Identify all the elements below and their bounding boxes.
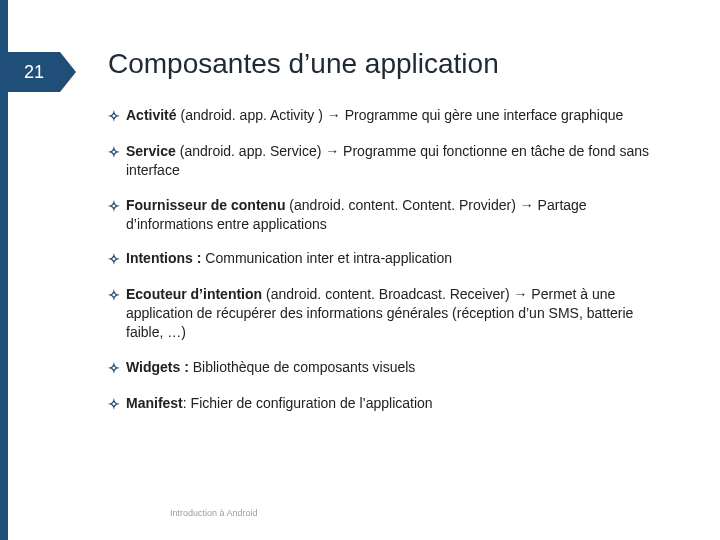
- list-item-text: Fournisseur de contenu (android. content…: [126, 196, 668, 234]
- item-rest: : Fichier de configuration de l’applicat…: [183, 395, 433, 411]
- item-paren: (android. content. Content. Provider): [285, 197, 519, 213]
- item-bold: Service: [126, 143, 176, 159]
- bullet-diamond-icon: ✧: [108, 106, 126, 126]
- list-item-text: Ecouteur d’intention (android. content. …: [126, 285, 668, 342]
- slide: 21 Composantes d’une application ✧ Activ…: [0, 0, 720, 540]
- slide-content: ✧ Activité (android. app. Activity ) → P…: [108, 106, 668, 430]
- list-item-text: Manifest: Fichier de configuration de l’…: [126, 394, 668, 414]
- list-item: ✧ Fournisseur de contenu (android. conte…: [108, 196, 668, 234]
- item-rest: Bibliothèque de composants visuels: [189, 359, 415, 375]
- bullet-diamond-icon: ✧: [108, 358, 126, 378]
- item-rest: Communication inter et intra-application: [201, 250, 452, 266]
- arrow-icon: →: [520, 197, 534, 213]
- side-accent-stripe: [0, 0, 8, 540]
- bullet-diamond-icon: ✧: [108, 196, 126, 234]
- list-item: ✧ Activité (android. app. Activity ) → P…: [108, 106, 668, 126]
- bullet-diamond-icon: ✧: [108, 285, 126, 342]
- bullet-diamond-icon: ✧: [108, 249, 126, 269]
- list-item-text: Service (android. app. Service) → Progra…: [126, 142, 668, 180]
- arrow-icon: →: [325, 143, 339, 159]
- item-bold: Ecouteur d’intention: [126, 286, 262, 302]
- item-bold: Activité: [126, 107, 177, 123]
- item-rest: Programme qui gère une interface graphiq…: [341, 107, 624, 123]
- bullet-diamond-icon: ✧: [108, 142, 126, 180]
- slide-number-chevron-icon: [60, 52, 76, 92]
- list-item: ✧ Manifest: Fichier de configuration de …: [108, 394, 668, 414]
- slide-number-badge: 21: [8, 52, 60, 92]
- arrow-icon: →: [513, 286, 527, 302]
- item-bold: Fournisseur de contenu: [126, 197, 285, 213]
- item-bold: Manifest: [126, 395, 183, 411]
- item-paren: (android. content. Broadcast. Receiver): [262, 286, 513, 302]
- item-bold: Intentions :: [126, 250, 201, 266]
- list-item-text: Intentions : Communication inter et intr…: [126, 249, 668, 269]
- list-item-text: Activité (android. app. Activity ) → Pro…: [126, 106, 668, 126]
- bullet-diamond-icon: ✧: [108, 394, 126, 414]
- item-paren: (android. app. Service): [176, 143, 325, 159]
- list-item: ✧ Intentions : Communication inter et in…: [108, 249, 668, 269]
- slide-footer: Introduction à Android: [170, 508, 258, 518]
- list-item: ✧ Widgets : Bibliothèque de composants v…: [108, 358, 668, 378]
- item-bold: Widgets :: [126, 359, 189, 375]
- slide-title: Composantes d’une application: [108, 48, 499, 80]
- list-item: ✧ Ecouteur d’intention (android. content…: [108, 285, 668, 342]
- list-item-text: Widgets : Bibliothèque de composants vis…: [126, 358, 668, 378]
- list-item: ✧ Service (android. app. Service) → Prog…: [108, 142, 668, 180]
- arrow-icon: →: [327, 107, 341, 123]
- item-paren: (android. app. Activity ): [177, 107, 327, 123]
